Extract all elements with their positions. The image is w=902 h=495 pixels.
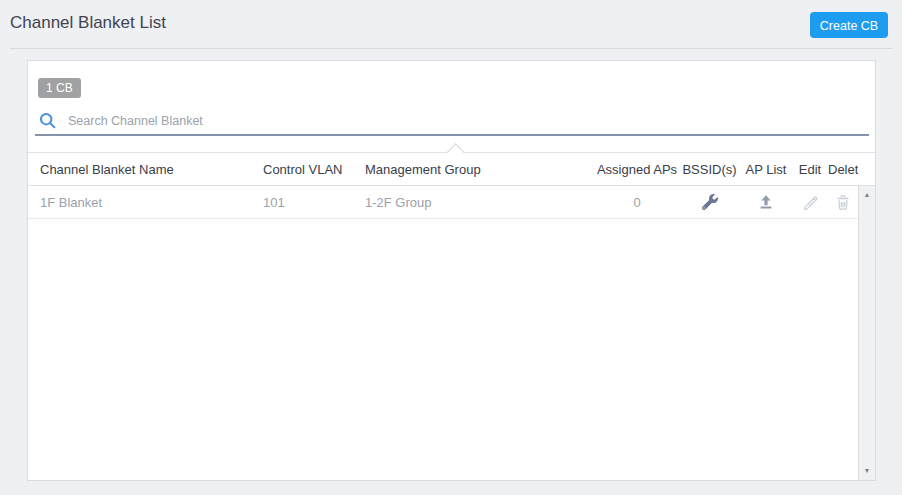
row-edit-cell [792,192,828,212]
col-header-ap-list: AP List [740,162,792,177]
table-body: 1F Blanket 101 1-2F Group 0 [28,186,875,219]
col-header-delete: Delete [828,162,858,177]
scroll-down-icon[interactable]: ▼ [859,466,875,476]
col-header-bssids: BSSID(s) [679,162,740,177]
vertical-scrollbar[interactable]: ▲ ▼ [858,186,875,480]
row-delete-cell [828,192,858,212]
table-row: 1F Blanket 101 1-2F Group 0 [28,186,875,219]
wrench-icon[interactable] [700,192,720,212]
row-bssid-cell [679,192,740,212]
create-cb-button[interactable]: Create CB [810,12,888,38]
page-title: Channel Blanket List [10,13,166,33]
scroll-up-icon[interactable]: ▲ [859,190,875,200]
search-bar[interactable] [35,108,869,136]
col-header-control-vlan: Control VLAN [263,162,365,177]
col-header-name: Channel Blanket Name [40,162,263,177]
col-header-assigned-aps: Assigned APs [595,162,679,177]
search-input[interactable] [66,113,869,129]
trash-icon[interactable] [833,192,853,212]
col-header-management-group: Management Group [365,162,595,177]
channel-blanket-card: 1 CB Channel Blanket Name Control VLAN M… [27,60,876,481]
row-assigned-aps-cell: 0 [595,195,679,210]
upload-icon[interactable] [756,192,776,212]
row-vlan-cell: 101 [263,195,365,210]
cb-count-badge: 1 CB [38,78,81,98]
row-group-cell: 1-2F Group [365,195,595,210]
card-toolbar: 1 CB [28,61,875,153]
search-icon [39,112,57,130]
row-name-cell: 1F Blanket [40,195,263,210]
col-header-edit: Edit [792,162,828,177]
pencil-icon[interactable] [800,192,820,212]
row-ap-list-cell [740,192,792,212]
title-divider [10,48,892,49]
